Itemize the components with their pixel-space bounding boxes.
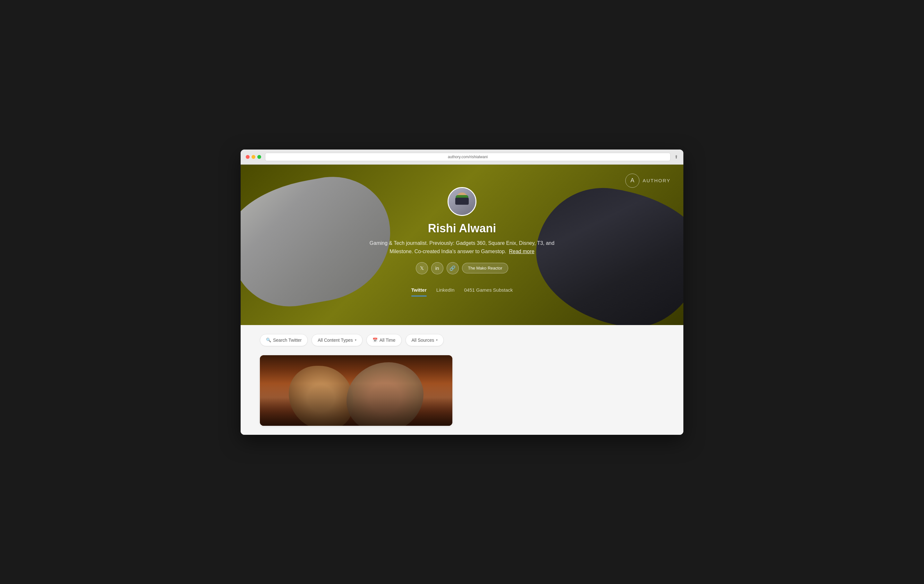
maximize-button[interactable] — [257, 155, 261, 159]
profile-content: Rishi Alwani Gaming & Tech journalist. P… — [356, 187, 568, 284]
authory-logo-circle: A — [625, 173, 639, 188]
browser-window: authory.com/rishialwani ⬆ A AUTHORY — [241, 150, 683, 435]
movie-scene-decoration — [260, 355, 452, 426]
tab-substack[interactable]: 0451 Games Substack — [464, 287, 513, 296]
close-button[interactable] — [246, 155, 249, 159]
linkedin-link[interactable]: in — [431, 262, 444, 274]
social-links: 𝕏 in 🔗 The Mako Reactor — [416, 262, 508, 274]
browser-icons: ⬆ — [675, 154, 678, 160]
content-type-filter[interactable]: All Content Types ▾ — [312, 334, 362, 346]
external-link[interactable]: 🔗 — [447, 262, 459, 274]
link-icon: 🔗 — [449, 266, 455, 271]
time-filter[interactable]: 📅 All Time — [366, 334, 402, 346]
content-area: 🔍 Search Twitter All Content Types ▾ 📅 A… — [241, 325, 683, 435]
avatar — [447, 187, 477, 216]
search-twitter-button[interactable]: 🔍 Search Twitter — [260, 334, 308, 346]
article-card[interactable] — [260, 355, 452, 426]
sources-label: All Sources — [412, 338, 434, 343]
chevron-down-icon-sources: ▾ — [436, 338, 437, 342]
content-type-label: All Content Types — [318, 338, 353, 343]
article-image — [260, 355, 452, 426]
search-twitter-label: Search Twitter — [273, 338, 302, 343]
traffic-lights — [246, 155, 261, 159]
avatar-mask — [455, 198, 469, 205]
hero-section: A AUTHORY Rishi Alwani Gaming & Tech jou… — [241, 165, 683, 325]
url-text: authory.com/rishialwani — [448, 155, 488, 159]
authory-logo-name: AUTHORY — [643, 178, 670, 183]
twitter-link[interactable]: 𝕏 — [416, 262, 428, 274]
sources-filter[interactable]: All Sources ▾ — [406, 334, 444, 346]
authory-logo[interactable]: A AUTHORY — [625, 173, 670, 188]
time-label: All Time — [380, 338, 396, 343]
search-icon: 🔍 — [266, 338, 271, 342]
chevron-down-icon: ▾ — [355, 338, 356, 342]
tab-linkedin[interactable]: LinkedIn — [436, 287, 455, 296]
calendar-icon: 📅 — [373, 338, 378, 342]
minimize-button[interactable] — [252, 155, 256, 159]
profile-bio: Gaming & Tech journalist. Previously: Ga… — [369, 239, 555, 256]
filter-bar: 🔍 Search Twitter All Content Types ▾ 📅 A… — [260, 334, 664, 346]
address-bar[interactable]: authory.com/rishialwani — [265, 153, 670, 161]
read-more-link[interactable]: Read more — [509, 249, 534, 254]
authory-logo-letter: A — [630, 177, 634, 184]
browser-chrome: authory.com/rishialwani ⬆ — [241, 150, 683, 165]
tab-twitter[interactable]: Twitter — [411, 287, 427, 296]
image-overlay — [260, 383, 452, 426]
twitter-icon: 𝕏 — [420, 266, 424, 271]
share-icon[interactable]: ⬆ — [675, 154, 678, 160]
website-button[interactable]: The Mako Reactor — [462, 263, 508, 273]
profile-name: Rishi Alwani — [428, 222, 496, 235]
linkedin-icon: in — [436, 266, 439, 271]
avatar-image — [449, 188, 475, 215]
tabs-container: Twitter LinkedIn 0451 Games Substack — [392, 287, 532, 296]
